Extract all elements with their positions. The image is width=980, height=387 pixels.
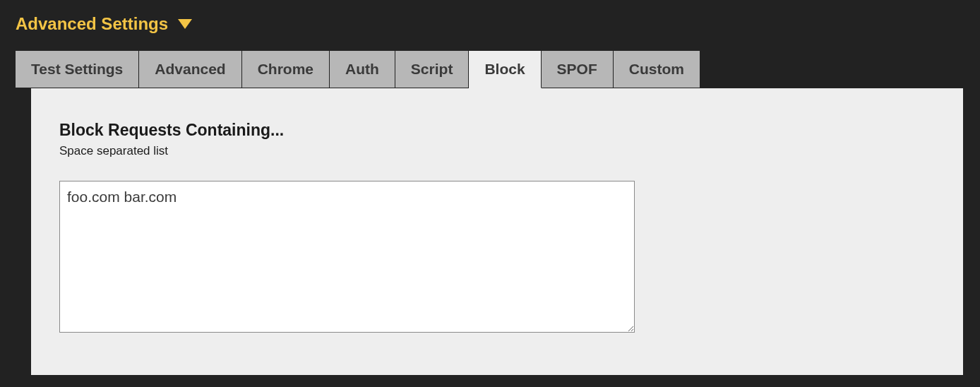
block-list-textarea[interactable] — [59, 181, 635, 333]
chevron-down-icon — [178, 19, 192, 29]
page-title: Advanced Settings — [16, 14, 168, 34]
block-section-subtitle: Space separated list — [59, 144, 935, 158]
tabs-container: Test Settings Advanced Chrome Auth Scrip… — [0, 51, 980, 375]
tab-spof[interactable]: SPOF — [542, 51, 614, 88]
tab-test-settings[interactable]: Test Settings — [16, 51, 139, 88]
block-section-title: Block Requests Containing... — [59, 121, 935, 140]
tab-script[interactable]: Script — [395, 51, 470, 88]
tab-advanced[interactable]: Advanced — [139, 51, 241, 88]
block-panel: Block Requests Containing... Space separ… — [31, 88, 963, 375]
tab-custom[interactable]: Custom — [614, 51, 700, 88]
tabs: Test Settings Advanced Chrome Auth Scrip… — [16, 51, 980, 88]
tab-auth[interactable]: Auth — [330, 51, 395, 88]
advanced-settings-header[interactable]: Advanced Settings — [0, 14, 980, 51]
tab-chrome[interactable]: Chrome — [242, 51, 330, 88]
tab-block[interactable]: Block — [469, 51, 541, 88]
